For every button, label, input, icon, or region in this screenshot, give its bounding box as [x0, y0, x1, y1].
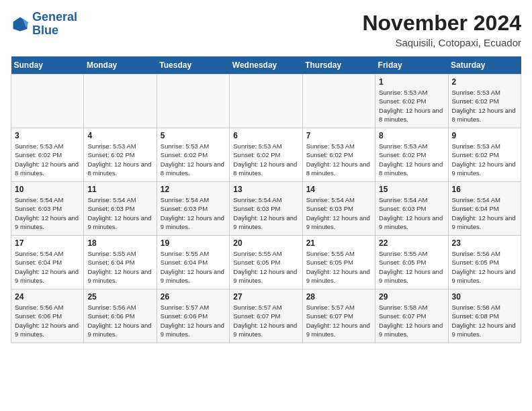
day-number: 28 [306, 292, 371, 302]
calendar-cell: 6Sunrise: 5:53 AM Sunset: 6:02 PM Daylig… [230, 128, 302, 182]
col-thursday: Thursday [302, 56, 375, 75]
calendar-cell: 29Sunrise: 5:58 AM Sunset: 6:07 PM Dayli… [375, 289, 448, 343]
day-number: 4 [87, 131, 152, 140]
calendar-cell: 13Sunrise: 5:54 AM Sunset: 6:03 PM Dayli… [230, 182, 302, 236]
calendar-cell [157, 75, 229, 128]
day-number: 13 [233, 185, 298, 194]
calendar-week-1: 1Sunrise: 5:53 AM Sunset: 6:02 PM Daylig… [11, 75, 521, 128]
calendar-cell: 26Sunrise: 5:57 AM Sunset: 6:06 PM Dayli… [157, 289, 229, 343]
calendar-cell: 11Sunrise: 5:54 AM Sunset: 6:03 PM Dayli… [84, 182, 157, 236]
day-info: Sunrise: 5:56 AM Sunset: 6:06 PM Dayligh… [87, 303, 152, 338]
calendar-cell: 9Sunrise: 5:53 AM Sunset: 6:02 PM Daylig… [448, 128, 521, 182]
day-number: 1 [379, 77, 444, 87]
col-tuesday: Tuesday [157, 56, 229, 75]
calendar-cell: 12Sunrise: 5:54 AM Sunset: 6:03 PM Dayli… [157, 182, 229, 236]
day-info: Sunrise: 5:58 AM Sunset: 6:07 PM Dayligh… [379, 303, 444, 338]
day-info: Sunrise: 5:57 AM Sunset: 6:07 PM Dayligh… [306, 303, 371, 338]
day-number: 10 [15, 185, 80, 194]
calendar-week-4: 17Sunrise: 5:54 AM Sunset: 6:04 PM Dayli… [11, 236, 521, 289]
day-number: 7 [306, 131, 371, 140]
calendar-cell: 18Sunrise: 5:55 AM Sunset: 6:04 PM Dayli… [84, 236, 157, 289]
calendar-cell: 8Sunrise: 5:53 AM Sunset: 6:02 PM Daylig… [375, 128, 448, 182]
calendar-cell [302, 75, 375, 128]
calendar-week-3: 10Sunrise: 5:54 AM Sunset: 6:03 PM Dayli… [11, 182, 521, 236]
calendar-cell: 5Sunrise: 5:53 AM Sunset: 6:02 PM Daylig… [157, 128, 229, 182]
day-number: 20 [233, 238, 298, 248]
day-info: Sunrise: 5:57 AM Sunset: 6:06 PM Dayligh… [161, 303, 226, 338]
day-number: 6 [233, 131, 298, 140]
calendar-cell: 1Sunrise: 5:53 AM Sunset: 6:02 PM Daylig… [375, 75, 448, 128]
logo-line1: General [32, 10, 77, 24]
day-info: Sunrise: 5:53 AM Sunset: 6:02 PM Dayligh… [87, 142, 152, 177]
col-wednesday: Wednesday [230, 56, 302, 75]
calendar-cell: 16Sunrise: 5:54 AM Sunset: 6:04 PM Dayli… [448, 182, 521, 236]
day-info: Sunrise: 5:55 AM Sunset: 6:04 PM Dayligh… [161, 249, 226, 285]
header-row: Sunday Monday Tuesday Wednesday Thursday… [11, 56, 521, 75]
day-number: 25 [87, 292, 152, 302]
day-number: 14 [306, 185, 371, 194]
day-number: 27 [233, 292, 298, 302]
day-number: 3 [15, 131, 80, 140]
day-info: Sunrise: 5:54 AM Sunset: 6:03 PM Dayligh… [306, 195, 371, 231]
calendar-cell [230, 75, 302, 128]
day-number: 11 [87, 185, 152, 194]
day-info: Sunrise: 5:55 AM Sunset: 6:04 PM Dayligh… [87, 249, 152, 285]
day-info: Sunrise: 5:54 AM Sunset: 6:03 PM Dayligh… [15, 195, 80, 231]
month-title: November 2024 [362, 11, 521, 36]
day-number: 21 [306, 238, 371, 248]
col-friday: Friday [375, 56, 448, 75]
calendar-cell: 4Sunrise: 5:53 AM Sunset: 6:02 PM Daylig… [84, 128, 157, 182]
calendar-cell: 3Sunrise: 5:53 AM Sunset: 6:02 PM Daylig… [11, 128, 84, 182]
calendar-cell: 24Sunrise: 5:56 AM Sunset: 6:06 PM Dayli… [11, 289, 84, 343]
logo: General Blue [11, 11, 77, 38]
col-sunday: Sunday [11, 56, 84, 75]
page-header: General Blue November 2024 Saquisili, Co… [11, 11, 521, 48]
calendar-cell: 23Sunrise: 5:56 AM Sunset: 6:05 PM Dayli… [448, 236, 521, 289]
day-info: Sunrise: 5:55 AM Sunset: 6:05 PM Dayligh… [306, 249, 371, 285]
calendar-cell: 25Sunrise: 5:56 AM Sunset: 6:06 PM Dayli… [84, 289, 157, 343]
day-number: 24 [15, 292, 80, 302]
day-number: 19 [161, 238, 226, 248]
calendar-week-5: 24Sunrise: 5:56 AM Sunset: 6:06 PM Dayli… [11, 289, 521, 343]
calendar-cell: 28Sunrise: 5:57 AM Sunset: 6:07 PM Dayli… [302, 289, 375, 343]
day-info: Sunrise: 5:58 AM Sunset: 6:08 PM Dayligh… [452, 303, 517, 338]
day-number: 5 [161, 131, 226, 140]
title-block: November 2024 Saquisili, Cotopaxi, Ecuad… [362, 11, 521, 48]
day-number: 9 [452, 131, 517, 140]
day-number: 16 [452, 185, 517, 194]
day-number: 17 [15, 238, 80, 248]
calendar-cell [11, 75, 84, 128]
location: Saquisili, Cotopaxi, Ecuador [362, 37, 521, 48]
day-info: Sunrise: 5:57 AM Sunset: 6:07 PM Dayligh… [233, 303, 298, 338]
calendar-cell: 10Sunrise: 5:54 AM Sunset: 6:03 PM Dayli… [11, 182, 84, 236]
col-monday: Monday [84, 56, 157, 75]
day-number: 29 [379, 292, 444, 302]
calendar-cell [84, 75, 157, 128]
day-info: Sunrise: 5:53 AM Sunset: 6:02 PM Dayligh… [452, 142, 517, 177]
calendar-cell: 14Sunrise: 5:54 AM Sunset: 6:03 PM Dayli… [302, 182, 375, 236]
calendar-cell: 15Sunrise: 5:54 AM Sunset: 6:03 PM Dayli… [375, 182, 448, 236]
day-info: Sunrise: 5:54 AM Sunset: 6:03 PM Dayligh… [161, 195, 226, 231]
day-number: 23 [452, 238, 517, 248]
calendar-cell: 7Sunrise: 5:53 AM Sunset: 6:02 PM Daylig… [302, 128, 375, 182]
day-info: Sunrise: 5:53 AM Sunset: 6:02 PM Dayligh… [306, 142, 371, 177]
day-info: Sunrise: 5:54 AM Sunset: 6:03 PM Dayligh… [379, 195, 444, 231]
day-number: 2 [452, 77, 517, 87]
day-info: Sunrise: 5:54 AM Sunset: 6:04 PM Dayligh… [452, 195, 517, 231]
day-info: Sunrise: 5:53 AM Sunset: 6:02 PM Dayligh… [379, 88, 444, 124]
logo-icon [11, 15, 30, 34]
day-info: Sunrise: 5:54 AM Sunset: 6:03 PM Dayligh… [87, 195, 152, 231]
calendar-cell: 19Sunrise: 5:55 AM Sunset: 6:04 PM Dayli… [157, 236, 229, 289]
day-info: Sunrise: 5:53 AM Sunset: 6:02 PM Dayligh… [15, 142, 80, 177]
day-info: Sunrise: 5:54 AM Sunset: 6:04 PM Dayligh… [15, 249, 80, 285]
day-number: 8 [379, 131, 444, 140]
day-info: Sunrise: 5:53 AM Sunset: 6:02 PM Dayligh… [452, 88, 517, 124]
day-info: Sunrise: 5:54 AM Sunset: 6:03 PM Dayligh… [233, 195, 298, 231]
calendar-cell: 22Sunrise: 5:55 AM Sunset: 6:05 PM Dayli… [375, 236, 448, 289]
calendar-cell: 30Sunrise: 5:58 AM Sunset: 6:08 PM Dayli… [448, 289, 521, 343]
day-info: Sunrise: 5:53 AM Sunset: 6:02 PM Dayligh… [161, 142, 226, 177]
calendar-table: Sunday Monday Tuesday Wednesday Thursday… [11, 56, 521, 343]
day-info: Sunrise: 5:53 AM Sunset: 6:02 PM Dayligh… [233, 142, 298, 177]
day-number: 22 [379, 238, 444, 248]
calendar-cell: 21Sunrise: 5:55 AM Sunset: 6:05 PM Dayli… [302, 236, 375, 289]
